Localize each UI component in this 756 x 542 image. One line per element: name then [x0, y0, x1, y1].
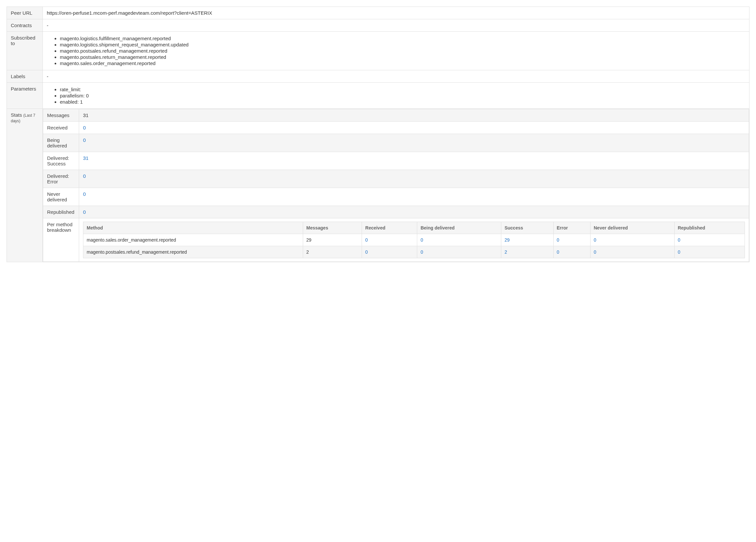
stats-republished-label: Republished: [43, 206, 79, 218]
per-method-breakdown-cell: Method Messages Received Being delivered…: [79, 218, 749, 262]
stats-delivered-success-link[interactable]: 31: [83, 155, 89, 161]
list-item: rate_limit:: [60, 87, 745, 92]
breakdown-messages: 2: [303, 246, 362, 258]
breakdown-never-delivered-link[interactable]: 0: [594, 237, 596, 243]
list-item: magento.logistics.shipment_request_manag…: [60, 42, 745, 47]
breakdown-republished-link[interactable]: 0: [678, 237, 680, 243]
list-item: magento.logistics.fulfillment_management…: [60, 36, 745, 41]
stats-messages-value: 31: [79, 109, 749, 122]
stats-delivered-error-link[interactable]: 0: [83, 173, 86, 179]
contracts-label: Contracts: [7, 19, 43, 32]
stats-table: Messages 31 Received 0 Being delivered 0: [43, 109, 749, 262]
stats-label: Stats: [11, 112, 22, 118]
breakdown-success-link[interactable]: 29: [505, 237, 510, 243]
breakdown-header-republished: Republished: [674, 222, 745, 234]
breakdown-never-delivered-link[interactable]: 0: [594, 249, 596, 255]
details-table: Peer URL https://oren-perfuse1.mcom-perf…: [7, 7, 749, 262]
breakdown-received-link[interactable]: 0: [365, 237, 368, 243]
list-item: magento.postsales.refund_management.repo…: [60, 48, 745, 54]
breakdown-error-link[interactable]: 0: [557, 249, 559, 255]
breakdown-success-link[interactable]: 2: [505, 249, 507, 255]
stats-delivered-error-label: Delivered: Error: [43, 170, 79, 188]
stats-being-delivered-label: Being delivered: [43, 134, 79, 152]
breakdown-being-delivered-link[interactable]: 0: [421, 249, 423, 255]
stats-never-delivered-link[interactable]: 0: [83, 191, 86, 197]
breakdown-received-link[interactable]: 0: [365, 249, 368, 255]
breakdown-messages: 29: [303, 234, 362, 246]
stats-republished-link[interactable]: 0: [83, 209, 86, 215]
breakdown-header-received: Received: [362, 222, 417, 234]
stats-received-link[interactable]: 0: [83, 125, 86, 130]
breakdown-error-link[interactable]: 0: [557, 237, 559, 243]
table-row: magento.postsales.refund_management.repo…: [83, 246, 745, 258]
labels-value: -: [43, 70, 749, 83]
breakdown-header-messages: Messages: [303, 222, 362, 234]
peer-url-label: Peer URL: [7, 7, 43, 19]
stats-never-delivered-label: Never delivered: [43, 188, 79, 206]
per-method-breakdown-label: Per method breakdown: [43, 218, 79, 262]
contracts-value: -: [43, 19, 749, 32]
stats-received-label: Received: [43, 122, 79, 134]
stats-being-delivered-link[interactable]: 0: [83, 137, 86, 143]
breakdown-method: magento.postsales.refund_management.repo…: [83, 246, 303, 258]
stats-label-cell: Stats (Last 7 days): [7, 109, 43, 262]
breakdown-republished-link[interactable]: 0: [678, 249, 680, 255]
parameters-list: rate_limit: parallelism: 0 enabled: 1: [47, 87, 745, 105]
parameters-value: rate_limit: parallelism: 0 enabled: 1: [43, 83, 749, 109]
peer-url-value: https://oren-perfuse1.mcom-perf.magedevt…: [43, 7, 749, 19]
list-item: magento.sales.order_management.reported: [60, 60, 745, 66]
breakdown-header-method: Method: [83, 222, 303, 234]
list-item: enabled: 1: [60, 99, 745, 105]
breakdown-being-delivered-link[interactable]: 0: [421, 237, 423, 243]
table-row: magento.sales.order_management.reported …: [83, 234, 745, 246]
list-item: magento.postsales.return_management.repo…: [60, 54, 745, 60]
subscribed-to-list: magento.logistics.fulfillment_management…: [47, 36, 745, 66]
subscribed-to-value: magento.logistics.fulfillment_management…: [43, 32, 749, 70]
labels-label: Labels: [7, 70, 43, 83]
breakdown-method: magento.sales.order_management.reported: [83, 234, 303, 246]
breakdown-header-error: Error: [553, 222, 590, 234]
breakdown-header-never-delivered: Never delivered: [590, 222, 674, 234]
parameters-label: Parameters: [7, 83, 43, 109]
breakdown-table: Method Messages Received Being delivered…: [83, 222, 745, 258]
breakdown-header-being-delivered: Being delivered: [417, 222, 501, 234]
subscribed-to-label: Subscribed to: [7, 32, 43, 70]
stats-value-cell: Messages 31 Received 0 Being delivered 0: [43, 109, 749, 262]
list-item: parallelism: 0: [60, 93, 745, 98]
stats-delivered-success-label: Delivered: Success: [43, 152, 79, 170]
stats-messages-label: Messages: [43, 109, 79, 122]
breakdown-header-success: Success: [501, 222, 553, 234]
